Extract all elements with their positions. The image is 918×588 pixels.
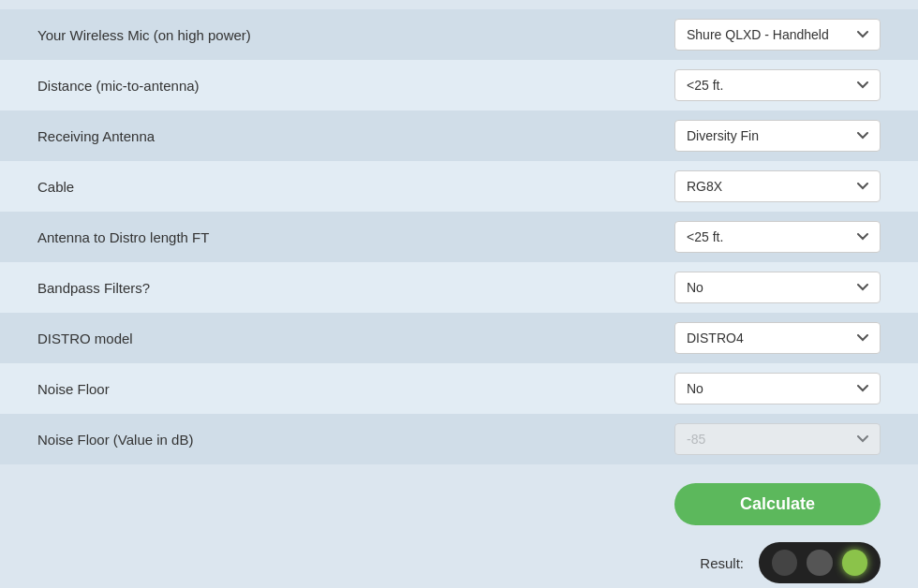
select-distro-model[interactable]: DISTRO4DISTRO8DISTRO4HD xyxy=(674,322,881,354)
light-2 xyxy=(807,550,832,576)
form-row-distance: Distance (mic-to-antenna)<25 ft.25-50 ft… xyxy=(0,60,918,110)
select-antenna-distro-length[interactable]: <25 ft.25-50 ft.50-100 ft.100-200 ft. xyxy=(674,221,881,253)
label-antenna-distro-length: Antenna to Distro length FT xyxy=(37,229,674,245)
label-wireless-mic: Your Wireless Mic (on high power) xyxy=(37,27,674,43)
result-lights xyxy=(759,542,881,583)
label-noise-floor: Noise Floor xyxy=(37,381,674,397)
select-cable[interactable]: RG8XRG58RG213LMR-400 xyxy=(674,170,881,202)
select-bandpass-filters[interactable]: NoYes xyxy=(674,272,881,303)
form-row-bandpass-filters: Bandpass Filters?NoYes xyxy=(0,262,918,313)
form-row-wireless-mic: Your Wireless Mic (on high power)Shure Q… xyxy=(0,9,918,60)
select-noise-floor-value[interactable]: -85-90-95-100 xyxy=(674,423,881,455)
result-row: Result: xyxy=(700,542,881,583)
form-row-antenna-distro-length: Antenna to Distro length FT<25 ft.25-50 … xyxy=(0,212,918,262)
label-noise-floor-value: Noise Floor (Value in dB) xyxy=(37,432,674,448)
light-3 xyxy=(842,550,867,576)
form-row-distro-model: DISTRO modelDISTRO4DISTRO8DISTRO4HD xyxy=(0,313,918,363)
label-bandpass-filters: Bandpass Filters? xyxy=(37,280,674,296)
label-distro-model: DISTRO model xyxy=(37,331,674,346)
form-row-noise-floor: Noise FloorNoYes xyxy=(0,363,918,414)
form-row-noise-floor-value: Noise Floor (Value in dB)-85-90-95-100 xyxy=(0,414,918,464)
select-receiving-antenna[interactable]: Diversity FinOmniPaddleHelical xyxy=(674,120,881,152)
select-distance[interactable]: <25 ft.25-50 ft.50-100 ft.100-200 ft.>20… xyxy=(674,69,881,101)
light-1 xyxy=(772,550,797,576)
form-row-cable: CableRG8XRG58RG213LMR-400 xyxy=(0,161,918,212)
select-wireless-mic[interactable]: Shure QLXD - HandheldShure ULXD - Handhe… xyxy=(674,19,881,51)
actions-area: Calculate Result: Redo / Try Other: ⟳↩ xyxy=(0,464,918,588)
select-noise-floor[interactable]: NoYes xyxy=(674,373,881,404)
form-row-receiving-antenna: Receiving AntennaDiversity FinOmniPaddle… xyxy=(0,110,918,161)
label-distance: Distance (mic-to-antenna) xyxy=(37,78,674,94)
label-receiving-antenna: Receiving Antenna xyxy=(37,128,674,144)
result-label: Result: xyxy=(700,555,744,571)
calculate-button[interactable]: Calculate xyxy=(674,483,881,525)
label-cable: Cable xyxy=(37,179,674,195)
